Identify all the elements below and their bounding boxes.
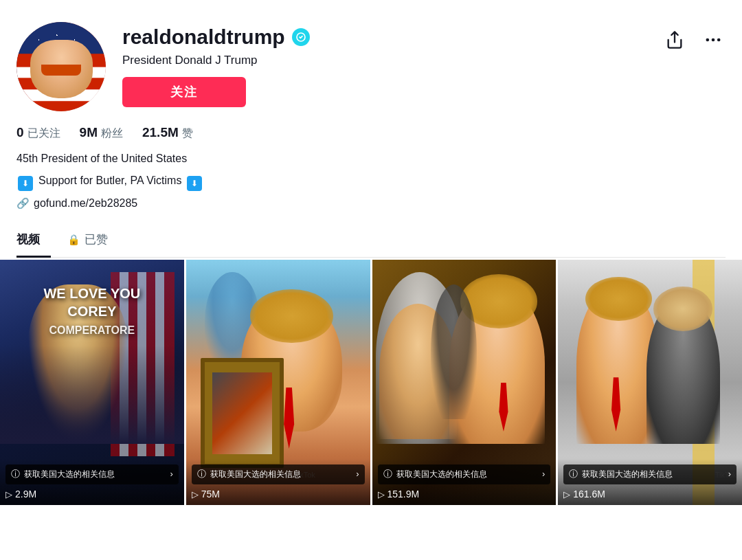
video-card-4[interactable]: TikTok ⓘ 获取美国大选的相关信息 › ▷ 161.6M — [558, 260, 742, 505]
verified-badge — [292, 28, 310, 46]
view-number-3: 151.9M — [387, 489, 420, 500]
tabs-section: 视频 🔒 已赞 — [16, 223, 726, 258]
profile-header: realdonaldtrump President Donald J Trump… — [16, 22, 726, 111]
picture-frame — [201, 358, 283, 469]
arrow-icon-3: › — [542, 469, 545, 480]
tab-videos-label: 视频 — [16, 232, 40, 247]
username-row: realdonaldtrump — [122, 25, 646, 49]
view-number-1: 2.9M — [15, 489, 36, 500]
election-text-1: 获取美国大选的相关信息 — [24, 469, 166, 480]
likes-label: 赞 — [182, 126, 193, 141]
play-icon-1: ▷ — [5, 489, 12, 500]
election-banner-2[interactable]: ⓘ 获取美国大选的相关信息 › — [192, 464, 365, 484]
view-count-4: ▷ 161.6M — [563, 489, 737, 500]
avatar-image — [16, 22, 106, 111]
lock-icon: 🔒 — [67, 234, 80, 246]
we-love-text: WE LOVE YOUCOREYCOMPERATORE — [9, 284, 175, 338]
followers-count: 9M — [80, 125, 98, 140]
share-icon — [665, 30, 684, 49]
election-banner-4[interactable]: ⓘ 获取美国大选的相关信息 › — [563, 464, 737, 484]
warning-icon-2: ⓘ — [197, 469, 206, 480]
warning-icon-3: ⓘ — [383, 469, 392, 480]
share-button[interactable] — [662, 27, 687, 52]
trump-hair-4 — [585, 277, 651, 321]
arrow-icon-4: › — [728, 469, 731, 480]
more-button[interactable] — [701, 27, 726, 52]
view-count-3: ▷ 151.9M — [378, 489, 551, 500]
tab-liked-label: 已赞 — [85, 232, 108, 247]
video-overlay-1: ⓘ 获取美国大选的相关信息 › ▷ 2.9M — [0, 459, 184, 505]
bio-section: 45th President of the United States ⬇ Su… — [16, 150, 726, 210]
svg-point-0 — [706, 38, 710, 42]
arrow-icon-1: › — [170, 469, 172, 480]
display-name: President Donald J Trump — [122, 54, 646, 67]
election-banner-3[interactable]: ⓘ 获取美国大选的相关信息 › — [378, 464, 551, 484]
video-overlay-4: ⓘ 获取美国大选的相关信息 › ▷ 161.6M — [558, 459, 742, 505]
warning-icon-1: ⓘ — [11, 469, 20, 480]
warning-icon-4: ⓘ — [569, 469, 578, 480]
video-card-3[interactable]: ⓘ 获取美国大选的相关信息 › ▷ 151.9M — [372, 260, 556, 505]
bio-link[interactable]: gofund.me/2eb28285 — [34, 197, 137, 210]
view-count-1: ▷ 2.9M — [5, 489, 179, 500]
username: realdonaldtrump — [122, 25, 285, 49]
avatar — [16, 22, 106, 111]
bio-emoji-row: ⬇ Support for Butler, PA Victims ⬇ — [16, 172, 726, 194]
view-number-4: 161.6M — [573, 489, 605, 500]
verified-icon — [295, 32, 306, 43]
more-icon — [704, 30, 723, 49]
suit-gradient — [0, 346, 184, 444]
play-icon-3: ▷ — [378, 489, 385, 500]
stats-row: 0 已关注 9M 粉丝 21.5M 赞 — [16, 125, 726, 141]
trump-hair — [250, 289, 333, 344]
profile-info: realdonaldtrump President Donald J Trump… — [122, 22, 646, 107]
bg-person-3 — [431, 284, 477, 419]
following-stat: 0 已关注 — [16, 125, 60, 141]
avatar-container — [16, 22, 106, 111]
video-overlay-3: ⓘ 获取美国大选的相关信息 › ▷ 151.9M — [372, 459, 556, 505]
following-count: 0 — [16, 125, 24, 140]
play-icon-4: ▷ — [563, 489, 570, 500]
videos-grid: WE LOVE YOUCOREYCOMPERATORE ⓘ 获取美国大选的相关信… — [0, 258, 742, 507]
view-count-2: ▷ 75M — [192, 489, 365, 500]
following-label: 已关注 — [27, 126, 60, 141]
video-card-1[interactable]: WE LOVE YOUCOREYCOMPERATORE ⓘ 获取美国大选的相关信… — [0, 260, 184, 505]
bio-support-text: Support for Butler, PA Victims — [38, 172, 181, 189]
header-actions — [662, 22, 726, 52]
followers-stat: 9M 粉丝 — [80, 125, 123, 141]
followers-label: 粉丝 — [101, 126, 123, 141]
frame-content — [212, 372, 272, 454]
bio-line1: 45th President of the United States — [16, 150, 726, 167]
tab-liked[interactable]: 🔒 已赞 — [67, 223, 119, 258]
arrow-icon-2: › — [356, 469, 359, 480]
tab-videos[interactable]: 视频 — [16, 223, 51, 258]
profile-section: realdonaldtrump President Donald J Trump… — [0, 0, 742, 258]
download-emoji-2: ⬇ — [187, 176, 202, 191]
election-text-3: 获取美国大选的相关信息 — [396, 469, 538, 480]
text-overlay-1: WE LOVE YOUCOREYCOMPERATORE — [9, 284, 175, 338]
video-overlay-2: ⓘ 获取美国大选的相关信息 › ▷ 75M — [186, 459, 370, 505]
election-text-4: 获取美国大选的相关信息 — [582, 469, 723, 480]
video-card-2[interactable]: I'm gonna save TikTok ⓘ 获取美国大选的相关信息 › ▷ … — [186, 260, 370, 505]
view-number-2: 75M — [201, 489, 220, 500]
svg-point-2 — [717, 38, 721, 42]
election-text-2: 获取美国大选的相关信息 — [210, 469, 352, 480]
likes-count: 21.5M — [142, 125, 179, 140]
election-banner-1[interactable]: ⓘ 获取美国大选的相关信息 › — [5, 464, 179, 484]
play-icon-2: ▷ — [192, 489, 199, 500]
likes-stat: 21.5M 赞 — [142, 125, 193, 141]
bio-link-row: 🔗 gofund.me/2eb28285 — [16, 197, 726, 210]
second-face-4 — [653, 287, 712, 331]
link-icon: 🔗 — [16, 197, 30, 210]
follow-button[interactable]: 关注 — [122, 77, 246, 107]
svg-point-1 — [712, 38, 715, 42]
download-emoji-1: ⬇ — [18, 176, 33, 191]
